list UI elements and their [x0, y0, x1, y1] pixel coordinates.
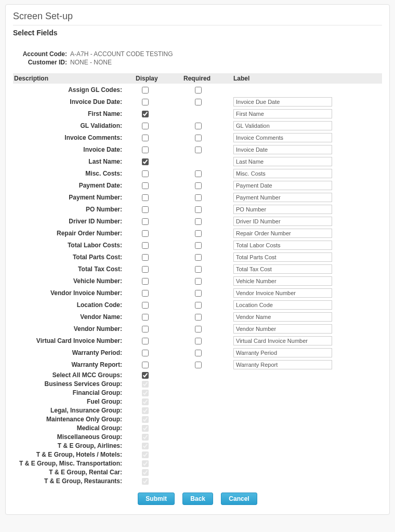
required-checkbox[interactable]: [195, 135, 202, 141]
label-input[interactable]: [233, 288, 332, 298]
required-checkbox[interactable]: [195, 87, 202, 94]
required-checkbox[interactable]: [195, 194, 202, 201]
display-cell: [126, 241, 178, 248]
label-cell: [232, 229, 382, 238]
label-input[interactable]: [233, 324, 332, 334]
required-checkbox[interactable]: [195, 123, 202, 129]
group-checkbox[interactable]: [142, 372, 149, 379]
display-checkbox[interactable]: [142, 278, 149, 285]
label-input[interactable]: [233, 276, 332, 286]
label-input[interactable]: [233, 241, 332, 250]
label-input[interactable]: [233, 109, 332, 118]
display-checkbox[interactable]: [142, 338, 149, 344]
required-cell: [178, 86, 232, 93]
group-desc: Select All MCC Groups:: [13, 371, 126, 379]
required-checkbox[interactable]: [195, 278, 202, 285]
field-desc: Total Labor Costs:: [13, 242, 126, 249]
account-code-row: Account Code: A-A7H - ACCOUNT CODE TESTI…: [13, 50, 382, 58]
display-checkbox[interactable]: [142, 314, 149, 321]
group-display-cell: [126, 406, 178, 414]
display-checkbox[interactable]: [142, 362, 149, 368]
required-checkbox[interactable]: [195, 218, 202, 225]
display-checkbox[interactable]: [142, 111, 149, 117]
required-checkbox[interactable]: [195, 266, 202, 273]
group-display-cell: [126, 380, 178, 387]
display-checkbox[interactable]: [142, 326, 149, 332]
required-cell: [178, 134, 232, 141]
required-checkbox[interactable]: [195, 206, 202, 213]
display-checkbox[interactable]: [142, 350, 149, 356]
display-checkbox[interactable]: [142, 87, 149, 94]
account-code-value: A-A7H - ACCOUNT CODE TESTING: [70, 50, 173, 58]
required-cell: [178, 253, 232, 260]
required-checkbox[interactable]: [195, 254, 202, 261]
required-checkbox[interactable]: [195, 99, 202, 105]
required-checkbox[interactable]: [195, 242, 202, 249]
label-input[interactable]: [233, 145, 332, 154]
label-input[interactable]: [233, 300, 332, 310]
group-row: T & E Group, Airlines:: [13, 441, 382, 450]
label-input[interactable]: [233, 264, 332, 274]
back-button[interactable]: Back: [182, 493, 213, 505]
field-desc: Invoice Comments:: [13, 134, 126, 141]
display-checkbox[interactable]: [142, 123, 149, 129]
button-bar: Submit Back Cancel: [13, 493, 382, 505]
field-desc: First Name:: [13, 110, 126, 117]
label-input[interactable]: [233, 348, 332, 357]
submit-button[interactable]: Submit: [138, 493, 175, 505]
group-row: T & E Group, Misc. Transportation:: [13, 459, 382, 468]
display-checkbox[interactable]: [142, 170, 149, 177]
required-checkbox[interactable]: [195, 302, 202, 309]
label-input[interactable]: [233, 205, 332, 214]
display-checkbox[interactable]: [142, 218, 149, 225]
required-cell: [178, 313, 232, 320]
required-checkbox[interactable]: [195, 170, 202, 177]
required-checkbox[interactable]: [195, 230, 202, 237]
label-input[interactable]: [233, 169, 332, 178]
label-input[interactable]: [233, 312, 332, 322]
required-cell: [178, 301, 232, 308]
field-row: Misc. Costs:: [13, 167, 382, 179]
cancel-button[interactable]: Cancel: [221, 493, 257, 505]
label-input[interactable]: [233, 121, 332, 130]
group-checkbox: [142, 381, 149, 388]
display-checkbox[interactable]: [142, 194, 149, 201]
display-checkbox[interactable]: [142, 290, 149, 297]
label-input[interactable]: [233, 97, 332, 107]
label-input[interactable]: [233, 193, 332, 202]
display-checkbox[interactable]: [142, 147, 149, 153]
field-row: Invoice Date:: [13, 143, 382, 155]
label-input[interactable]: [233, 157, 332, 166]
group-row: Medical Group:: [13, 423, 382, 432]
label-input[interactable]: [233, 217, 332, 226]
required-cell: [178, 337, 232, 344]
label-input[interactable]: [233, 181, 332, 190]
required-checkbox[interactable]: [195, 326, 202, 332]
label-input[interactable]: [233, 229, 332, 238]
display-checkbox[interactable]: [142, 206, 149, 213]
required-checkbox[interactable]: [195, 314, 202, 321]
display-checkbox[interactable]: [142, 254, 149, 261]
display-checkbox[interactable]: [142, 135, 149, 141]
display-checkbox[interactable]: [142, 230, 149, 237]
required-checkbox[interactable]: [195, 147, 202, 153]
field-row: Payment Number:: [13, 191, 382, 203]
required-cell: [178, 217, 232, 224]
required-checkbox[interactable]: [195, 182, 202, 189]
required-checkbox[interactable]: [195, 290, 202, 297]
page-title: Screen Set-up: [13, 11, 382, 22]
label-input[interactable]: [233, 360, 332, 369]
required-checkbox[interactable]: [195, 338, 202, 344]
display-checkbox[interactable]: [142, 266, 149, 273]
display-checkbox[interactable]: [142, 99, 149, 105]
display-checkbox[interactable]: [142, 242, 149, 249]
display-cell: [126, 86, 178, 93]
display-checkbox[interactable]: [142, 182, 149, 189]
display-checkbox[interactable]: [142, 158, 149, 165]
required-checkbox[interactable]: [195, 350, 202, 356]
display-checkbox[interactable]: [142, 302, 149, 309]
required-checkbox[interactable]: [195, 362, 202, 368]
label-input[interactable]: [233, 133, 332, 142]
label-input[interactable]: [233, 252, 332, 262]
label-input[interactable]: [233, 336, 332, 345]
